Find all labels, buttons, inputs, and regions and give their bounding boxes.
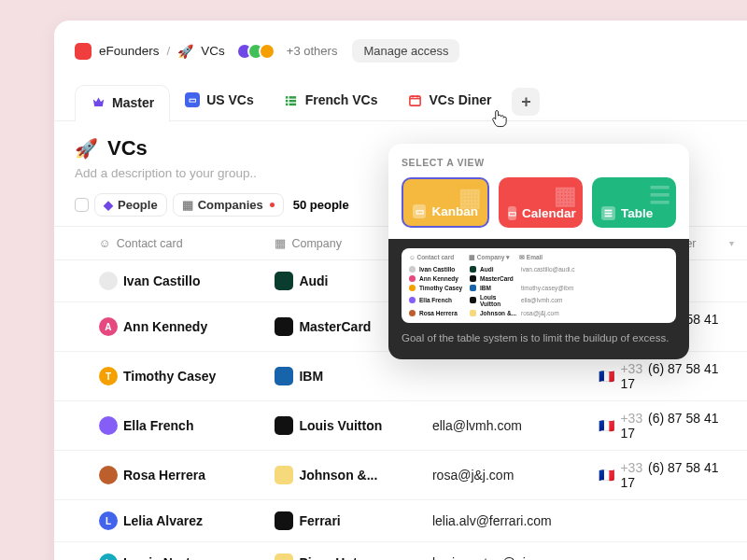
company-name: IBM — [299, 369, 323, 384]
workspace-icon — [75, 43, 92, 60]
company-icon — [275, 272, 293, 290]
email-value: ella@lvmh.com — [432, 418, 522, 433]
view-tabs: Master ▭ US VCs French VCs VCs Diner + — [54, 83, 747, 121]
chip-label: Companies — [198, 198, 263, 212]
flag-icon: 🇫🇷 — [599, 369, 614, 384]
avatar — [99, 416, 118, 435]
app-window: eFounders / 🚀 VCs +3 others Manage acces… — [54, 21, 747, 560]
tab-label: VCs Diner — [430, 92, 492, 107]
avatar: L — [99, 511, 118, 530]
contact-name: Timothy Casey — [123, 369, 216, 384]
tab-us-vcs[interactable]: ▭ US VCs — [170, 83, 269, 120]
company-name: Johnson &... — [299, 468, 377, 483]
building-icon: ▦ — [182, 198, 193, 212]
group-link[interactable]: VCs — [201, 44, 225, 58]
calendar-icon: ▭ — [508, 206, 516, 220]
member-avatars[interactable] — [236, 43, 275, 60]
email-value: lewis.norton@pizza.com — [432, 555, 574, 560]
board-icon: ▭ — [413, 204, 426, 218]
group-title[interactable]: VCs — [107, 136, 148, 161]
view-tooltip: ☺ Contact card ▦ Company ▾ ✉ Email Ivan … — [388, 239, 689, 359]
flag-icon: 🇫🇷 — [599, 468, 614, 483]
company-icon — [275, 553, 293, 560]
tab-label: Master — [112, 95, 154, 110]
tab-french-vcs[interactable]: French VCs — [269, 83, 393, 120]
email-value: lelia.alv@ferrari.com — [432, 513, 552, 528]
svg-rect-3 — [289, 99, 297, 102]
contact-name: Ella French — [123, 418, 193, 433]
building-icon: ▦ — [275, 236, 286, 250]
company-name: Louis Vuitton — [299, 418, 382, 433]
contact-name: Ann Kennedy — [123, 319, 207, 334]
company-name: Ferrari — [299, 513, 340, 528]
workspace-link[interactable]: eFounders — [99, 44, 160, 58]
list-icon — [284, 92, 299, 107]
tab-master[interactable]: Master — [75, 85, 170, 121]
filter-companies[interactable]: ▦ Companies — [173, 193, 284, 217]
view-option-kanban[interactable]: ▦ ▭ Kanban — [402, 177, 489, 228]
svg-rect-6 — [410, 96, 420, 105]
table-row[interactable]: LLewis NortonPizza Hutlewis.norton@pizza… — [54, 542, 747, 560]
table-preview: ☺ Contact card ▦ Company ▾ ✉ Email Ivan … — [402, 248, 676, 323]
avatar — [259, 43, 275, 60]
company-icon — [275, 367, 293, 385]
contact-name: Lelia Alvarez — [123, 513, 203, 528]
company-name: Audi — [299, 273, 328, 288]
avatar: A — [99, 317, 118, 336]
add-view-button[interactable]: + — [512, 88, 540, 116]
chevron-down-icon: ▾ — [729, 238, 734, 248]
breadcrumb-sep: / — [167, 44, 171, 58]
company-name: MasterCard — [299, 319, 371, 334]
company-icon — [275, 466, 293, 484]
column-contact[interactable]: ☺ Contact card — [88, 227, 263, 259]
row-count: 50 people — [293, 198, 349, 212]
list-icon: ☰ — [601, 206, 615, 220]
company-name: Pizza Hut — [299, 555, 357, 560]
avatar: L — [99, 553, 118, 560]
svg-rect-0 — [286, 96, 289, 99]
tab-vcs-diner[interactable]: VCs Diner — [393, 83, 507, 120]
svg-rect-5 — [289, 103, 297, 105]
table-row[interactable]: Ella FrenchLouis Vuittonella@lvmh.com🇫🇷+… — [54, 401, 747, 451]
svg-rect-4 — [286, 103, 289, 105]
filter-people[interactable]: ◆ People — [94, 193, 167, 217]
list-icon: ☰ — [649, 181, 670, 210]
crown-icon — [91, 95, 106, 110]
view-option-calendar[interactable]: ▦ ▭ Calendar — [499, 177, 583, 228]
popover-title: SELECT A VIEW — [402, 157, 676, 168]
calendar-icon: ▦ — [554, 181, 577, 210]
table-row[interactable]: LLelia AlvarezFerrarilelia.alv@ferrari.c… — [54, 500, 747, 542]
svg-rect-1 — [289, 96, 297, 99]
table-row[interactable]: TTimothy CaseyIBM🇫🇷+33 (6) 87 58 41 17🚀 — [54, 352, 747, 401]
others-count[interactable]: +3 others — [287, 44, 338, 58]
tooltip-text: Goal of the table system is to limit the… — [402, 330, 676, 346]
contact-name: Ivan Castillo — [123, 273, 200, 288]
calendar-icon — [408, 92, 423, 107]
person-icon: ☺ — [99, 237, 111, 250]
company-icon — [275, 416, 293, 435]
board-icon: ▦ — [458, 183, 482, 212]
view-selector-popover: SELECT A VIEW ▦ ▭ Kanban ▦ ▭ Calendar ☰ … — [388, 144, 689, 359]
avatar — [99, 466, 118, 484]
person-icon: ◆ — [104, 198, 113, 212]
contact-name: Lewis Norton — [123, 555, 206, 560]
indicator-dot — [270, 203, 275, 207]
manage-access-button[interactable]: Manage access — [352, 39, 459, 63]
table-row[interactable]: Rosa HerreraJohnson &...rosa@j&j.com🇫🇷+3… — [54, 451, 747, 500]
contact-name: Rosa Herrera — [123, 468, 205, 483]
company-icon — [275, 317, 293, 336]
select-all-checkbox[interactable] — [75, 198, 89, 212]
tab-label: US VCs — [206, 92, 254, 107]
chip-label: People — [118, 198, 158, 212]
email-value: rosa@j&j.com — [432, 468, 514, 483]
rocket-icon: 🚀 — [177, 44, 193, 59]
avatar: T — [99, 367, 118, 385]
avatar — [99, 272, 118, 290]
company-icon — [275, 511, 293, 530]
board-icon: ▭ — [185, 92, 200, 107]
svg-rect-2 — [286, 99, 289, 102]
tab-label: French VCs — [305, 92, 378, 107]
view-option-table[interactable]: ☰ ☰ Table — [592, 177, 676, 228]
rocket-icon: 🚀 — [75, 137, 98, 160]
breadcrumb: eFounders / 🚀 VCs +3 others Manage acces… — [54, 39, 747, 63]
